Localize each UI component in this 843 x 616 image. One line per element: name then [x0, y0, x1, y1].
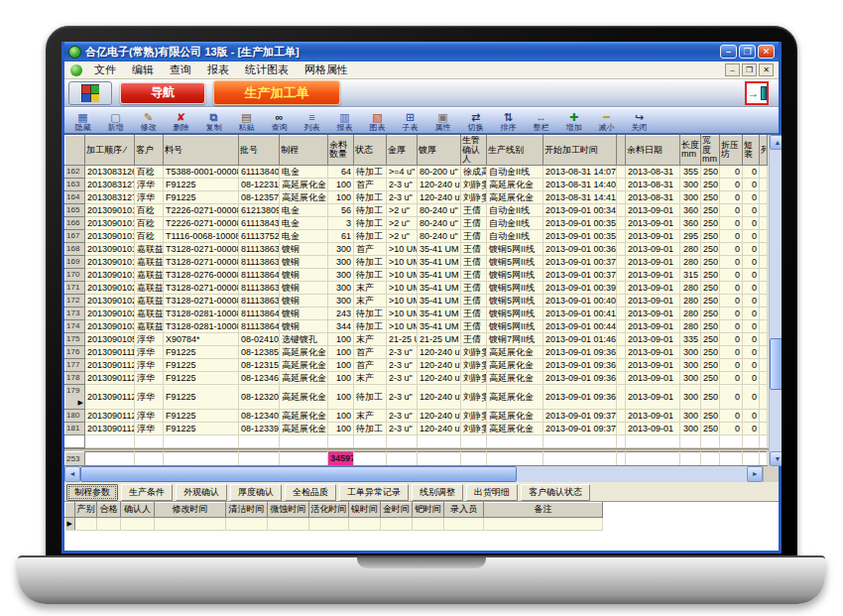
table-row[interactable]: 176 20130901119 淳华 F91225 08-12385 高延展化金…: [65, 345, 768, 358]
cell-hidden[interactable]: [617, 242, 626, 255]
cell-cut[interactable]: [760, 165, 768, 178]
detail-column-header[interactable]: 备注: [484, 502, 603, 517]
cell-customer[interactable]: 百稔: [135, 229, 164, 242]
table-row[interactable]: 168 20130901017 嘉联益 T3128-0271-0000811 8…: [65, 242, 768, 255]
cell-seq[interactable]: 20130901014: [85, 216, 135, 229]
cell-width[interactable]: 250: [701, 203, 720, 216]
detail-column-header[interactable]: 录入员: [444, 502, 484, 517]
cell-length[interactable]: 280: [680, 242, 701, 255]
cell-qty[interactable]: 64: [328, 165, 354, 178]
cell-hidden[interactable]: [617, 281, 626, 294]
toolbar-button[interactable]: ∞ 查询: [263, 109, 296, 135]
cell-customer[interactable]: 嘉联益: [135, 319, 164, 332]
cell-part-no[interactable]: F91225: [164, 358, 239, 371]
cell-qty[interactable]: 300: [328, 242, 354, 255]
cell-qty[interactable]: 3: [328, 216, 354, 229]
table-row[interactable]: 167 20130901015 百稔 T1116-0068-1000811 61…: [65, 229, 768, 242]
cell-qty[interactable]: 300: [328, 255, 354, 268]
cell-qty[interactable]: 300: [328, 294, 354, 307]
detail-column-header[interactable]: 微蚀时间: [268, 502, 309, 517]
cell-lot-no[interactable]: 8111386330: [239, 281, 280, 294]
cell-line[interactable]: 高延展化金: [487, 384, 543, 409]
cell-width[interactable]: 250: [701, 178, 720, 190]
detail-column-header[interactable]: 确认人: [121, 502, 155, 517]
cell-length[interactable]: 300: [680, 422, 701, 434]
cell-fold[interactable]: 0: [720, 319, 743, 332]
cell-process[interactable]: 高延展化金: [280, 178, 328, 190]
cell-lot-no[interactable]: 8111386325: [239, 242, 280, 255]
cell-status[interactable]: 待加工: [354, 422, 387, 434]
menu-item[interactable]: 报表: [199, 62, 237, 78]
cell-qty[interactable]: 100: [328, 358, 354, 371]
table-row[interactable]: 180 20130901125 淳华 F91225 08-12340 高延展化金…: [65, 409, 768, 422]
cell-plating-thickness[interactable]: 35-41 UM: [418, 319, 461, 332]
cell-seq[interactable]: 20130901024: [85, 307, 135, 319]
cell-qty[interactable]: 100: [328, 384, 354, 409]
detail-column-header[interactable]: 产别: [75, 502, 97, 517]
cell-gold-thickness[interactable]: 2-3 u": [387, 358, 418, 371]
cell-status[interactable]: 末产: [354, 294, 387, 307]
cell-seq[interactable]: 20130901126: [85, 422, 135, 434]
cell-qty[interactable]: [328, 434, 354, 447]
cell-plating-thickness[interactable]: 80-240 u": [418, 203, 461, 216]
cell-hidden[interactable]: [617, 358, 626, 371]
cell-lot-no[interactable]: 8111386323: [239, 255, 280, 268]
cell-qty[interactable]: 100: [328, 178, 354, 190]
cell-seq[interactable]: 20130901123: [85, 384, 135, 409]
cell-process[interactable]: 电金: [280, 165, 328, 178]
cell-gold-thickness[interactable]: 2-3 u": [387, 345, 418, 358]
cell-lot-no[interactable]: 6111375245: [239, 229, 280, 242]
cell-plating-thickness[interactable]: 80-200 u": [418, 165, 461, 178]
column-header[interactable]: 折压 坊: [720, 136, 743, 166]
cell-confirmer[interactable]: 刘静雯: [461, 190, 487, 203]
cell-hidden[interactable]: [617, 332, 626, 345]
cell-plating-thickness[interactable]: 80-240 u": [418, 229, 461, 242]
column-header[interactable]: 金厚: [387, 136, 418, 166]
vertical-scroll-thumb[interactable]: [770, 338, 782, 390]
table-row[interactable]: 165 20130901013 百稔 T2226-0271-0000811 61…: [65, 203, 768, 216]
column-header[interactable]: [617, 136, 626, 166]
column-header[interactable]: 开始加工时间: [543, 136, 617, 166]
row-number-cell[interactable]: 178: [65, 371, 85, 384]
row-number-cell[interactable]: 175: [65, 332, 85, 345]
cell-seq[interactable]: 20130901121: [85, 371, 135, 384]
toolbar-button[interactable]: ▥ 报表: [328, 109, 361, 135]
cell-cut[interactable]: [760, 229, 768, 242]
cell-line[interactable]: 镀铜5网II线: [487, 319, 543, 332]
row-number-cell[interactable]: [65, 434, 85, 447]
cell-cut[interactable]: [760, 294, 768, 307]
cell-cut[interactable]: [760, 203, 768, 216]
cell-start-time[interactable]: 2013-08-31 14:07:35: [543, 165, 617, 178]
cell-customer[interactable]: 嘉联益: [135, 268, 164, 281]
cell-short[interactable]: 0: [743, 332, 760, 345]
row-number-cell[interactable]: 166: [65, 216, 85, 229]
row-number-cell[interactable]: 180: [65, 409, 85, 422]
cell-width[interactable]: 250: [701, 409, 720, 422]
cell-seq[interactable]: 20130901021: [85, 281, 135, 294]
cell-part-no[interactable]: T3128-0271-0000811: [164, 294, 239, 307]
cell-fold[interactable]: 0: [720, 409, 743, 422]
cell-part-no[interactable]: T3128-0276-0000811: [164, 268, 239, 281]
cell-status[interactable]: 末产: [354, 371, 387, 384]
cell-cut[interactable]: [760, 281, 768, 294]
cell-start-time[interactable]: 2013-09-01 01:46:02: [543, 332, 617, 345]
cell-seq[interactable]: 20130901017: [85, 242, 135, 255]
cell-process[interactable]: 高延展化金: [280, 190, 328, 203]
cell-hidden[interactable]: [617, 268, 626, 281]
cell-customer[interactable]: 淳华: [135, 358, 164, 371]
cell-gold-thickness[interactable]: >10 UM: [387, 268, 418, 281]
cell-fold[interactable]: 0: [720, 178, 743, 190]
cell-part-no[interactable]: X90784*: [164, 332, 239, 345]
cell-fold[interactable]: 0: [720, 268, 743, 281]
cell-gold-thickness[interactable]: 2-3 u": [387, 371, 418, 384]
cell-gold-thickness[interactable]: 2-3 u": [387, 178, 418, 190]
cell-line[interactable]: [487, 434, 543, 447]
column-header[interactable]: 状态: [354, 136, 387, 166]
cell-hidden[interactable]: [617, 371, 626, 384]
cell-line[interactable]: 高延展化金: [487, 190, 543, 203]
cell-cut[interactable]: [760, 268, 768, 281]
cell-date[interactable]: 2013-09-01: [626, 294, 680, 307]
cell-customer[interactable]: 淳华: [135, 409, 164, 422]
cell-lot-no[interactable]: 8111386486: [239, 319, 280, 332]
cell-length[interactable]: [680, 434, 701, 447]
